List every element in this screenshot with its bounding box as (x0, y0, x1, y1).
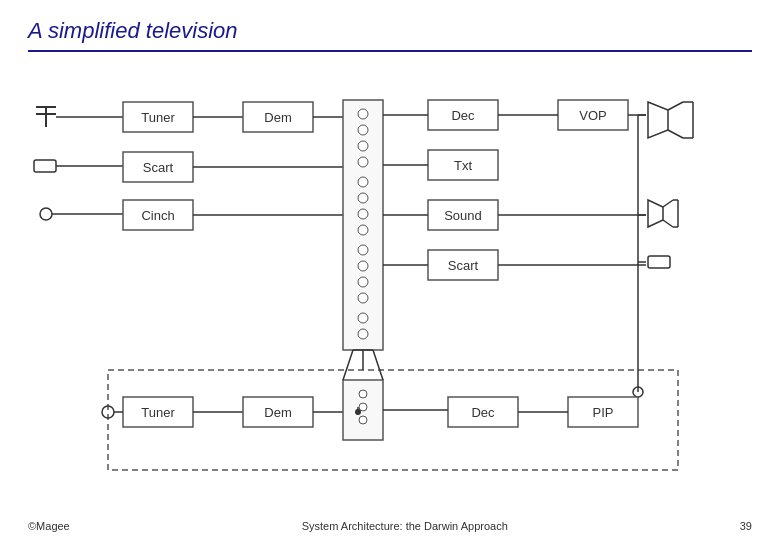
page: A simplified television Tuner Scart (0, 0, 780, 540)
svg-point-5 (40, 208, 52, 220)
svg-point-33 (358, 261, 368, 271)
dec-label: Dec (451, 108, 475, 123)
diagram-svg: Tuner Scart Cinch Dem (28, 52, 752, 512)
svg-line-41 (668, 102, 683, 110)
sound-label: Sound (444, 208, 482, 223)
footer: ©Magee System Architecture: the Darwin A… (28, 520, 752, 532)
txt-label: Txt (454, 158, 472, 173)
dem2-label: Dem (264, 405, 291, 420)
diagram-area: Tuner Scart Cinch Dem (28, 52, 752, 512)
svg-point-32 (358, 245, 368, 255)
svg-point-34 (358, 277, 368, 287)
svg-point-30 (358, 209, 368, 219)
svg-point-29 (358, 193, 368, 203)
svg-line-42 (668, 130, 683, 138)
svg-line-88 (343, 350, 353, 380)
svg-rect-55 (648, 256, 670, 268)
svg-point-78 (359, 403, 367, 411)
svg-point-31 (358, 225, 368, 235)
svg-point-26 (358, 141, 368, 151)
svg-point-77 (359, 390, 367, 398)
svg-point-24 (358, 109, 368, 119)
tuner2-label: Tuner (141, 405, 175, 420)
svg-line-50 (663, 220, 673, 227)
cinch-label: Cinch (141, 208, 174, 223)
tuner1-label: Tuner (141, 110, 175, 125)
dem1-label: Dem (264, 110, 291, 125)
svg-point-37 (358, 329, 368, 339)
footer-right: 39 (740, 520, 752, 532)
svg-point-27 (358, 157, 368, 167)
vop-label: VOP (579, 108, 606, 123)
scart-out-label: Scart (448, 258, 479, 273)
svg-point-35 (358, 293, 368, 303)
svg-point-25 (358, 125, 368, 135)
scart-in-label: Scart (143, 160, 174, 175)
svg-line-89 (373, 350, 383, 380)
dec2-label: Dec (471, 405, 495, 420)
svg-rect-3 (34, 160, 56, 172)
page-title: A simplified television (28, 18, 752, 44)
svg-point-36 (358, 313, 368, 323)
svg-point-79 (359, 416, 367, 424)
svg-point-28 (358, 177, 368, 187)
pip-label: PIP (593, 405, 614, 420)
footer-left: ©Magee (28, 520, 70, 532)
svg-marker-40 (648, 102, 668, 138)
footer-center: System Architecture: the Darwin Approach (302, 520, 508, 532)
svg-marker-48 (648, 200, 663, 227)
svg-line-49 (663, 200, 673, 207)
